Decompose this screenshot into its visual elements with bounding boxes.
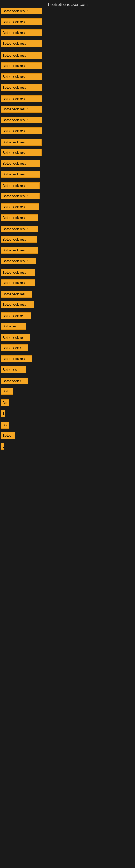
- bottleneck-result-item: Bottleneck result: [1, 182, 40, 189]
- bottleneck-result-item: B: [1, 410, 5, 417]
- bottleneck-result-item: Bottleneck result: [1, 62, 42, 69]
- bottleneck-result-item: Bottleneck result: [1, 139, 42, 146]
- bottleneck-result-item: Bottleneck result: [1, 29, 42, 36]
- bottleneck-result-item: Bottleneck result: [1, 95, 42, 102]
- bottleneck-result-item: Bottleneck result: [1, 226, 38, 232]
- bottleneck-result-item: Bottleneck result: [1, 171, 41, 178]
- bottleneck-result-item: Bottleneck result: [1, 204, 39, 210]
- bottleneck-result-item: Bott: [1, 388, 13, 395]
- bottleneck-result-item: Bottleneck result: [1, 247, 38, 254]
- bottleneck-result-item: Bottleneck result: [1, 8, 42, 14]
- bottleneck-result-item: Bottleneck result: [1, 236, 37, 243]
- bottleneck-result-item: Bottleneck res: [1, 355, 32, 362]
- bottleneck-result-item: Bottleneck result: [1, 279, 35, 286]
- bottleneck-result-item: Bo: [1, 399, 9, 406]
- bottleneck-result-item: Bottleneck result: [1, 106, 42, 113]
- bottleneck-result-item: Bottleneck result: [1, 193, 40, 199]
- bottleneck-result-item: Bottleneck result: [1, 269, 35, 276]
- bottleneck-result-item: Bottleneck result: [1, 160, 41, 167]
- bottleneck-result-item: Bottlenec: [1, 366, 26, 373]
- bottleneck-result-item: Bottleneck r: [1, 378, 28, 384]
- bottleneck-result-item: Bottleneck result: [1, 258, 36, 265]
- bottleneck-result-item: Bottleneck r: [1, 344, 28, 351]
- bottleneck-result-item: Bottleneck result: [1, 214, 38, 221]
- bottleneck-result-item: Bottleneck result: [1, 52, 42, 59]
- bottleneck-result-item: Bottleneck result: [1, 149, 42, 156]
- bottleneck-result-item: Bottleneck result: [1, 84, 42, 91]
- bottleneck-result-item: Bottlenec: [1, 323, 26, 330]
- bottleneck-result-item: B: [1, 443, 4, 450]
- bottleneck-result-item: Bottleneck re: [1, 334, 30, 341]
- bottleneck-result-item: Bo: [1, 422, 9, 429]
- bottleneck-result-item: Bottleneck result: [1, 127, 42, 134]
- bottleneck-result-item: Bottleneck res: [1, 291, 32, 298]
- bottleneck-result-item: Bottleneck result: [1, 40, 42, 47]
- bottleneck-result-item: Bottleneck result: [1, 301, 34, 308]
- bottleneck-result-item: Bottleneck result: [1, 117, 42, 123]
- bottleneck-result-item: Bottleneck re: [1, 312, 31, 319]
- bottleneck-result-item: Bottleneck result: [1, 19, 42, 25]
- bottleneck-result-item: Bottle: [1, 432, 15, 439]
- bottleneck-result-item: Bottleneck result: [1, 73, 42, 80]
